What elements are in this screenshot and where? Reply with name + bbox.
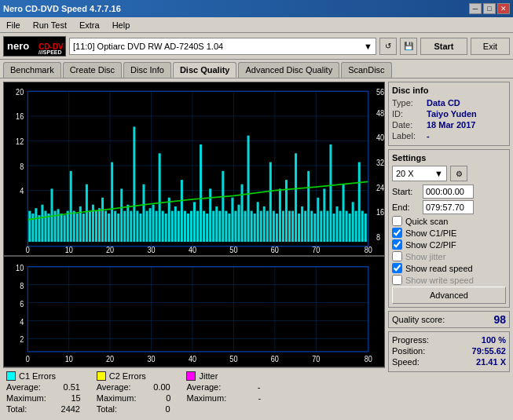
svg-rect-77	[139, 214, 141, 242]
svg-rect-66	[104, 211, 107, 242]
svg-text:60: 60	[271, 354, 279, 363]
advanced-button[interactable]: Advanced	[392, 287, 506, 304]
menu-runtest[interactable]: Run Test	[30, 20, 70, 31]
svg-text:70: 70	[312, 354, 320, 363]
svg-text:0: 0	[26, 354, 30, 363]
c1-stats: C1 Errors Average: 0.51 Maximum: 15 Tota…	[6, 371, 81, 414]
tab-create-disc[interactable]: Create Disc	[63, 62, 122, 78]
jitter-avg-label: Average:	[186, 382, 225, 392]
maximize-button[interactable]: □	[483, 3, 496, 14]
show-c1-checkbox[interactable]	[392, 228, 402, 238]
svg-rect-85	[165, 214, 167, 242]
svg-rect-103	[222, 171, 224, 242]
c1-color-box	[6, 371, 16, 381]
c1-avg-label: Average:	[6, 382, 46, 392]
drive-selector[interactable]: [11:0] Optiarc DVD RW AD-7240S 1.04 ▼	[69, 38, 376, 55]
tab-disc-info[interactable]: Disc Info	[123, 62, 171, 78]
svg-rect-61	[89, 211, 91, 242]
svg-rect-60	[86, 184, 88, 242]
progress-box: Progress: 100 % Position: 79:55.62 Speed…	[388, 331, 510, 372]
show-write-label: Show write speed	[405, 276, 474, 285]
svg-rect-116	[263, 206, 266, 242]
tab-advanced-disc-quality[interactable]: Advanced Disc Quality	[238, 62, 339, 78]
svg-rect-57	[76, 214, 79, 242]
svg-rect-82	[156, 211, 158, 242]
show-read-checkbox[interactable]	[392, 263, 402, 273]
svg-rect-98	[206, 214, 208, 242]
svg-rect-83	[159, 153, 161, 242]
svg-text:4: 4	[20, 317, 24, 327]
toolbar: nero CD-DVD ///SPEED [11:0] Optiarc DVD …	[0, 33, 513, 60]
svg-text:///SPEED: ///SPEED	[38, 49, 62, 55]
svg-rect-64	[98, 208, 101, 242]
settings-icon-btn[interactable]: ⚙	[450, 166, 467, 181]
svg-rect-115	[260, 211, 262, 242]
svg-rect-109	[240, 184, 243, 242]
tab-benchmark[interactable]: Benchmark	[3, 62, 61, 78]
svg-text:20: 20	[106, 354, 114, 363]
minimize-button[interactable]: ─	[469, 3, 482, 14]
svg-rect-76	[136, 211, 138, 242]
tab-scandisc[interactable]: ScanDisc	[341, 62, 391, 78]
svg-text:32: 32	[376, 159, 384, 168]
svg-rect-94	[193, 202, 196, 242]
svg-rect-121	[279, 188, 281, 242]
svg-rect-78	[142, 184, 145, 242]
save-button[interactable]: 💾	[400, 38, 417, 55]
show-write-checkbox[interactable]	[392, 275, 402, 285]
svg-rect-44	[35, 208, 37, 242]
svg-text:50: 50	[229, 354, 237, 363]
c2-max-value: 0	[139, 393, 170, 403]
svg-rect-143	[349, 214, 351, 242]
svg-rect-139	[335, 206, 338, 242]
svg-rect-100	[212, 211, 214, 242]
svg-text:40: 40	[189, 354, 196, 363]
chart-c1: 20 16 12 8 4 56 48 40 32 24 16 8 0 10 20…	[3, 82, 385, 256]
start-button[interactable]: Start	[420, 38, 467, 55]
refresh-button[interactable]: ↺	[379, 38, 397, 55]
svg-text:4: 4	[20, 187, 24, 196]
c2-label: C2 Errors	[109, 371, 146, 381]
svg-text:8: 8	[376, 232, 380, 242]
c2-color-box	[97, 371, 106, 381]
menu-help[interactable]: Help	[109, 20, 134, 31]
c2-avg-label: Average:	[97, 382, 136, 392]
c2-max-label: Maximum:	[97, 393, 137, 403]
svg-text:2: 2	[20, 334, 24, 344]
quick-scan-checkbox[interactable]	[392, 216, 402, 226]
svg-rect-130	[307, 171, 310, 242]
svg-rect-117	[266, 211, 269, 242]
show-c2-checkbox[interactable]	[392, 239, 402, 250]
id-value: Taiyo Yuden	[427, 109, 477, 119]
menu-extra[interactable]: Extra	[76, 20, 103, 31]
progress-value: 100 %	[482, 335, 506, 345]
svg-rect-133	[317, 198, 319, 242]
quality-label: Quality score:	[392, 315, 445, 324]
svg-rect-138	[332, 214, 335, 242]
svg-rect-74	[130, 211, 132, 242]
svg-rect-89	[178, 211, 180, 242]
close-button[interactable]: ✕	[497, 3, 510, 14]
svg-text:16: 16	[16, 112, 24, 122]
start-time-input[interactable]	[423, 184, 474, 199]
menu-file[interactable]: File	[3, 20, 24, 31]
end-time-input[interactable]	[423, 200, 474, 214]
tab-bar: Benchmark Create Disc Disc Info Disc Qua…	[0, 60, 513, 79]
svg-rect-87	[171, 211, 174, 242]
svg-rect-113	[254, 214, 256, 242]
c2-stats: C2 Errors Average: 0.00 Maximum: 0 Total…	[97, 371, 171, 414]
disc-label-label: Label:	[392, 131, 423, 141]
exit-button[interactable]: Exit	[471, 38, 510, 55]
svg-rect-67	[108, 214, 110, 242]
svg-rect-88	[174, 206, 177, 242]
date-label: Date:	[392, 120, 423, 130]
svg-rect-106	[231, 198, 233, 242]
speed-select[interactable]: 20 X ▼	[392, 166, 447, 181]
tab-disc-quality[interactable]: Disc Quality	[173, 62, 237, 78]
title-bar: Nero CD-DVD Speed 4.7.7.16 ─ □ ✕	[0, 0, 513, 17]
svg-rect-101	[215, 206, 218, 242]
svg-rect-92	[187, 214, 189, 242]
svg-rect-53	[64, 215, 66, 242]
svg-rect-95	[196, 211, 199, 242]
show-jitter-checkbox[interactable]	[392, 251, 402, 261]
